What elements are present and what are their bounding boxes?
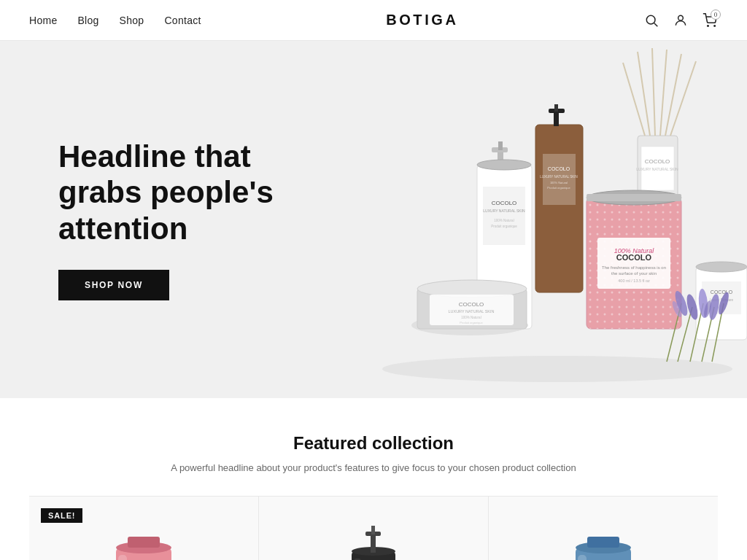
svg-rect-84 [371,526,375,534]
nav-shop[interactable]: Shop [120,15,144,26]
svg-point-45 [477,160,531,170]
svg-rect-24 [554,104,558,112]
svg-text:COCOLO: COCOLO [616,253,652,262]
svg-line-1 [654,23,658,26]
svg-rect-44 [498,141,503,150]
svg-rect-91 [587,537,619,548]
svg-point-5 [382,356,732,382]
svg-text:Produit organique: Produit organique [547,186,570,190]
product-image-3 [489,504,718,561]
hero-section: Headline that grabs people's attention S… [0,41,747,398]
svg-text:LUXURY NATURAL SKIN: LUXURY NATURAL SKIN [483,209,525,213]
nav-contact[interactable]: Contact [164,15,201,26]
svg-text:the surface of your skin: the surface of your skin [611,271,657,276]
svg-line-10 [623,63,645,136]
navbar: Home Blog Shop Contact BOTIGA 0 [0,0,747,41]
svg-rect-82 [371,533,376,553]
svg-text:The freshness of happiness is : The freshness of happiness is on [602,265,666,270]
svg-text:COCOLO: COCOLO [492,200,517,206]
search-icon[interactable] [643,12,659,28]
product-card-3[interactable] [489,497,718,561]
product-grid: SALE! [29,496,718,561]
svg-point-58 [696,262,747,272]
svg-line-13 [660,50,667,136]
svg-line-12 [652,48,655,136]
nav-blog[interactable]: Blog [77,15,98,26]
svg-text:COCOLO: COCOLO [711,289,733,295]
svg-rect-76 [128,537,160,548]
svg-text:LUXURY NATURAL SKIN: LUXURY NATURAL SKIN [448,309,494,314]
account-icon[interactable] [673,12,689,28]
svg-text:Produit organique: Produit organique [460,321,483,324]
svg-point-2 [678,15,684,20]
hero-products: COCOLO LUXURY NATURAL SKIN COCOLO LUXURY… [309,41,747,398]
featured-title: Featured collection [29,433,718,454]
svg-point-0 [646,15,655,24]
svg-text:LUXURY NATURAL SKIN: LUXURY NATURAL SKIN [540,175,578,179]
svg-rect-16 [535,125,583,292]
svg-text:COCOLO: COCOLO [459,301,484,308]
featured-section: Featured collection A powerful headline … [0,398,747,560]
svg-text:LUXURY NATURAL SKIN: LUXURY NATURAL SKIN [636,167,678,171]
shop-now-button[interactable]: SHOP NOW [58,270,169,300]
svg-text:COCOLO: COCOLO [645,158,670,165]
svg-line-15 [670,61,696,136]
svg-text:100% Natural: 100% Natural [494,219,514,222]
hero-product-illustration: COCOLO LUXURY NATURAL SKIN COCOLO LUXURY… [309,41,747,398]
product-card-1[interactable]: SALE! [29,497,259,561]
cart-count: 0 [711,9,721,20]
svg-point-4 [714,25,716,26]
nav-links: Home Blog Shop Contact [29,15,201,26]
hero-content: Headline that grabs people's attention S… [0,139,321,301]
nav-home[interactable]: Home [29,15,57,26]
hero-headline: Headline that grabs people's attention [58,139,321,247]
nav-actions: 0 [643,12,718,28]
svg-line-14 [665,54,681,136]
featured-subtitle: A powerful headline about your product's… [169,461,578,475]
product-card-2[interactable] [259,497,489,561]
svg-text:100% Natural: 100% Natural [461,316,481,319]
svg-text:COCOLO: COCOLO [548,166,570,171]
site-logo[interactable]: BOTIGA [386,12,458,28]
cart-icon[interactable]: 0 [702,12,718,28]
svg-line-11 [638,52,650,136]
svg-text:100% Natural: 100% Natural [550,181,568,184]
svg-rect-17 [543,154,576,205]
sale-badge: SALE! [41,508,82,523]
svg-point-3 [708,25,709,26]
svg-text:400 ml / 13.5 fl oz: 400 ml / 13.5 fl oz [618,279,650,283]
product-image-2 [259,504,488,561]
svg-text:Produit organique: Produit organique [491,225,517,228]
svg-rect-35 [587,194,681,201]
svg-rect-37 [483,187,525,245]
